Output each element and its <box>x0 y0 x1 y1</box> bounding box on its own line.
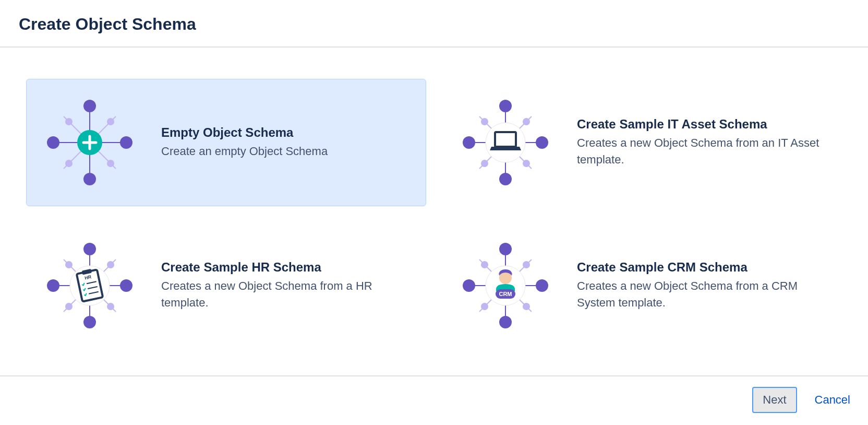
it-asset-schema-icon <box>461 98 550 187</box>
svg-point-7 <box>120 136 132 149</box>
hr-schema-icon: HR <box>45 241 134 330</box>
svg-point-25 <box>481 160 488 167</box>
svg-point-26 <box>523 160 530 167</box>
svg-point-23 <box>481 118 488 125</box>
option-crm-schema[interactable]: CRM Create Sample CRM Schema Creates a n… <box>442 222 842 349</box>
svg-point-57 <box>481 261 488 268</box>
option-empty-schema[interactable]: Empty Object Schema Create an empty Obje… <box>26 79 426 206</box>
empty-schema-icon <box>45 98 134 187</box>
svg-point-38 <box>65 261 73 268</box>
svg-point-41 <box>107 303 114 310</box>
svg-point-8 <box>65 118 73 125</box>
svg-point-24 <box>523 118 530 125</box>
svg-text:CRM: CRM <box>499 291 512 297</box>
svg-point-56 <box>536 279 548 292</box>
option-it-asset-schema[interactable]: Create Sample IT Asset Schema Creates a … <box>442 79 842 206</box>
crm-schema-icon: CRM <box>461 241 550 330</box>
svg-point-20 <box>499 173 512 185</box>
dialog-footer: Next Cancel <box>0 375 868 423</box>
option-title: Empty Object Schema <box>161 125 407 140</box>
option-description: Create an empty Object Schema <box>161 143 407 160</box>
svg-point-60 <box>523 303 530 310</box>
svg-point-40 <box>65 303 73 310</box>
svg-point-39 <box>107 261 114 268</box>
svg-point-21 <box>463 136 475 149</box>
svg-point-58 <box>523 261 530 268</box>
svg-point-6 <box>47 136 59 149</box>
option-description: Creates a new Object Schema from an IT A… <box>577 135 823 168</box>
option-text: Create Sample CRM Schema Creates a new O… <box>577 260 823 311</box>
option-description: Creates a new Object Schema from a CRM S… <box>577 278 823 311</box>
svg-point-4 <box>83 100 96 112</box>
option-hr-schema[interactable]: HR Create Sample HR Schema Creates a new <box>26 222 426 349</box>
option-text: Empty Object Schema Create an empty Obje… <box>161 125 407 160</box>
svg-point-35 <box>83 316 96 328</box>
dialog-body: Empty Object Schema Create an empty Obje… <box>0 48 868 375</box>
svg-point-11 <box>107 160 114 167</box>
svg-point-37 <box>120 279 132 292</box>
svg-point-53 <box>499 243 512 255</box>
svg-point-5 <box>83 173 96 185</box>
svg-rect-29 <box>497 134 514 145</box>
option-text: Create Sample IT Asset Schema Creates a … <box>577 117 823 168</box>
svg-point-55 <box>463 279 475 292</box>
option-title: Create Sample HR Schema <box>161 260 407 275</box>
svg-point-9 <box>107 118 114 125</box>
svg-point-34 <box>83 243 96 255</box>
svg-point-59 <box>481 303 488 310</box>
option-title: Create Sample IT Asset Schema <box>577 117 823 132</box>
next-button[interactable]: Next <box>752 387 797 413</box>
svg-point-54 <box>499 316 512 328</box>
option-title: Create Sample CRM Schema <box>577 260 823 275</box>
svg-point-10 <box>65 160 73 167</box>
dialog-header: Create Object Schema <box>0 0 868 48</box>
svg-point-36 <box>47 279 59 292</box>
option-description: Creates a new Object Schema from a HR te… <box>161 278 407 311</box>
cancel-button[interactable]: Cancel <box>813 388 852 412</box>
svg-point-22 <box>536 136 548 149</box>
svg-point-19 <box>499 100 512 112</box>
dialog-title: Create Object Schema <box>19 15 849 34</box>
option-text: Create Sample HR Schema Creates a new Ob… <box>161 260 407 311</box>
